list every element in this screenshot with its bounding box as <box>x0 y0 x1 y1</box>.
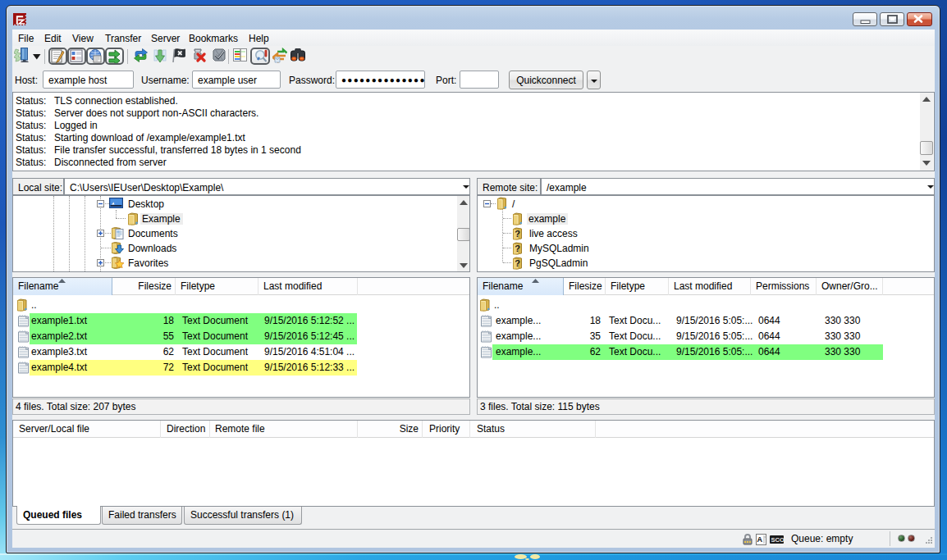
svg-text:SCO: SCO <box>771 536 785 544</box>
svg-text:?: ? <box>515 229 520 239</box>
svg-text:A: A <box>757 535 763 544</box>
svg-text:?: ? <box>515 258 520 268</box>
svg-text:?: ? <box>515 244 520 253</box>
